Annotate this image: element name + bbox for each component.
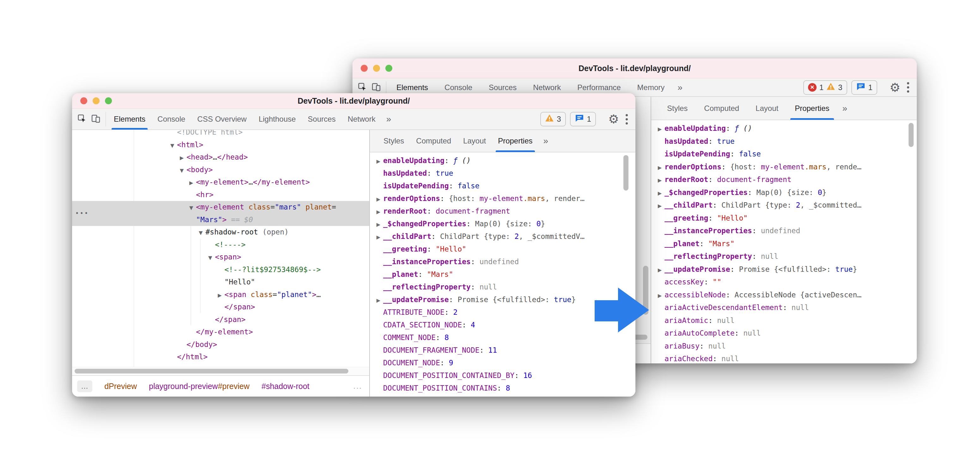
- more-tabs-button[interactable]: »: [673, 78, 687, 96]
- tree-row[interactable]: </body>: [72, 339, 369, 351]
- property-row[interactable]: ▶enableUpdating: ƒ (): [651, 122, 917, 135]
- tree-row[interactable]: ▼<body>: [72, 164, 369, 177]
- property-row[interactable]: ▶__updatePromise: Promise {<fulfilled>: …: [370, 293, 635, 306]
- gear-icon[interactable]: ⚙: [889, 81, 900, 94]
- disclosure-triangle-icon[interactable]: ▶: [374, 206, 383, 218]
- twisty-icon[interactable]: ▼: [167, 139, 177, 152]
- property-row[interactable]: ariaChecked: null: [651, 352, 917, 363]
- tree-row[interactable]: ▼#shadow-root (open): [72, 226, 369, 239]
- tree-row[interactable]: <hr>: [72, 189, 369, 201]
- property-row[interactable]: __greeting: "Hello": [370, 243, 635, 255]
- inspect-cursor-icon[interactable]: [358, 82, 367, 93]
- inspect-cursor-icon[interactable]: [77, 114, 87, 124]
- twisty-icon[interactable]: ▼: [205, 251, 215, 264]
- gear-icon[interactable]: ⚙: [608, 113, 619, 125]
- property-row[interactable]: DOCUMENT_POSITION_CONTAINS: 8: [370, 382, 635, 394]
- tree-row[interactable]: ▶<head>…</head>: [72, 151, 369, 164]
- tree-row[interactable]: ▶<span class="planet">…: [72, 288, 369, 301]
- property-row[interactable]: ▶__updatePromise: Promise {<fulfilled>: …: [651, 263, 917, 276]
- twisty-icon[interactable]: ▼: [196, 227, 205, 239]
- console-summary-badge[interactable]: ✕ 1 3: [803, 80, 847, 95]
- tree-row[interactable]: <!---->: [72, 239, 369, 251]
- property-row[interactable]: ▶renderRoot: document-fragment: [370, 205, 635, 217]
- property-row[interactable]: ▶__childPart: ChildPart {type: 2, _$comm…: [370, 230, 635, 243]
- property-row[interactable]: __greeting: "Hello": [651, 212, 917, 225]
- property-row[interactable]: CDATA_SECTION_NODE: 4: [370, 318, 635, 331]
- breadcrumb-overflow[interactable]: ...: [77, 380, 92, 392]
- property-row[interactable]: accessKey: "": [651, 275, 917, 288]
- tree-row[interactable]: </my-element>: [72, 326, 369, 339]
- more-tabs-button[interactable]: »: [838, 97, 852, 120]
- kebab-icon[interactable]: [623, 114, 630, 124]
- tree-row[interactable]: </html>: [72, 351, 369, 363]
- tab-console[interactable]: Console: [151, 109, 191, 130]
- property-row[interactable]: ▶_$changedProperties: Map(0) {size: 0}: [370, 217, 635, 230]
- more-tabs-button[interactable]: »: [539, 130, 553, 152]
- property-row[interactable]: isUpdatePending: false: [651, 148, 917, 161]
- disclosure-triangle-icon[interactable]: ▶: [655, 123, 665, 136]
- breadcrumb-item[interactable]: #shadow-root: [261, 382, 309, 391]
- tree-row[interactable]: <!--?lit$927534869$-->: [72, 264, 369, 276]
- minimize-button[interactable]: [92, 97, 100, 104]
- disclosure-triangle-icon[interactable]: ▶: [655, 200, 665, 213]
- tab-properties[interactable]: Properties: [492, 130, 538, 152]
- property-row[interactable]: DOCUMENT_NODE: 9: [370, 356, 635, 369]
- tab-css-overview[interactable]: CSS Overview: [191, 109, 253, 130]
- property-row[interactable]: __reflectingProperty: null: [370, 281, 635, 293]
- titlebar[interactable]: DevTools - lit.dev/playground/: [353, 59, 917, 78]
- selected-node-gutter-dots[interactable]: •••: [75, 210, 89, 216]
- tab-sources[interactable]: Sources: [302, 109, 342, 130]
- scrollbar-thumb[interactable]: [75, 369, 348, 374]
- disclosure-triangle-icon[interactable]: ▶: [655, 264, 665, 277]
- tab-properties[interactable]: Properties: [786, 97, 837, 120]
- disclosure-triangle-icon[interactable]: ▶: [374, 218, 383, 231]
- breadcrumb-item[interactable]: dPreview: [104, 382, 137, 391]
- zoom-button[interactable]: [105, 97, 112, 104]
- tab-styles[interactable]: Styles: [377, 130, 410, 152]
- tab-network[interactable]: Network: [342, 109, 382, 130]
- zoom-button[interactable]: [385, 65, 392, 72]
- tree-row[interactable]: ▼<my-element class="mars" planet=: [72, 201, 369, 214]
- tree-row[interactable]: ▼<span>: [72, 251, 369, 264]
- property-row[interactable]: COMMENT_NODE: 8: [370, 331, 635, 344]
- tree-row[interactable]: </span>: [72, 313, 369, 326]
- titlebar[interactable]: DevTools - lit.dev/playground/: [72, 93, 635, 109]
- close-button[interactable]: [361, 65, 368, 72]
- property-row[interactable]: hasUpdated: true: [370, 167, 635, 180]
- device-toolbar-icon[interactable]: [371, 82, 381, 93]
- property-row[interactable]: ▶accessibleNode: AccessibleNode {activeD…: [651, 288, 917, 301]
- property-row[interactable]: __planet: "Mars": [370, 268, 635, 281]
- tree-row[interactable]: ▶<my-element>…</my-element>: [72, 176, 369, 189]
- console-summary-badge[interactable]: 3: [540, 112, 566, 126]
- property-row[interactable]: ▶_$changedProperties: Map(0) {size: 0}: [651, 186, 917, 199]
- tab-computed[interactable]: Computed: [410, 130, 457, 152]
- tab-elements[interactable]: Elements: [108, 109, 151, 130]
- property-row[interactable]: ▶__childPart: ChildPart {type: 2, _$comm…: [651, 199, 917, 212]
- property-row[interactable]: hasUpdated: true: [651, 135, 917, 148]
- tree-row[interactable]: "Hello": [72, 276, 369, 288]
- scrollbar-thumb[interactable]: [908, 123, 913, 147]
- twisty-icon[interactable]: ▼: [177, 164, 186, 177]
- breadcrumb-item[interactable]: playground-preview#preview: [149, 382, 250, 391]
- twisty-icon[interactable]: ▶: [215, 289, 224, 302]
- property-row[interactable]: ariaAtomic: null: [651, 314, 917, 327]
- tree-row[interactable]: ▼<html>: [72, 139, 369, 151]
- property-row[interactable]: ariaActiveDescendantElement: null: [651, 301, 917, 314]
- twisty-icon[interactable]: ▼: [186, 202, 196, 214]
- kebab-icon[interactable]: [904, 82, 912, 92]
- property-row[interactable]: ▶renderOptions: {host: my-element.mars, …: [651, 161, 917, 173]
- disclosure-triangle-icon[interactable]: ▶: [655, 174, 665, 187]
- twisty-icon[interactable]: ▶: [186, 177, 196, 189]
- scrollbar-thumb[interactable]: [624, 155, 628, 191]
- disclosure-triangle-icon[interactable]: ▶: [655, 187, 665, 200]
- issues-badge[interactable]: 1: [851, 80, 877, 95]
- property-row[interactable]: isUpdatePending: false: [370, 180, 635, 192]
- property-row[interactable]: __instanceProperties: undefined: [370, 255, 635, 268]
- property-row[interactable]: ▶renderOptions: {host: my-element.mars, …: [370, 192, 635, 205]
- property-row[interactable]: DOCUMENT_POSITION_CONTAINED_BY: 16: [370, 369, 635, 382]
- property-row[interactable]: ▶renderRoot: document-fragment: [651, 173, 917, 186]
- tab-styles[interactable]: Styles: [659, 97, 696, 120]
- tab-computed[interactable]: Computed: [696, 97, 747, 120]
- disclosure-triangle-icon[interactable]: ▶: [655, 161, 665, 175]
- device-toolbar-icon[interactable]: [91, 114, 100, 124]
